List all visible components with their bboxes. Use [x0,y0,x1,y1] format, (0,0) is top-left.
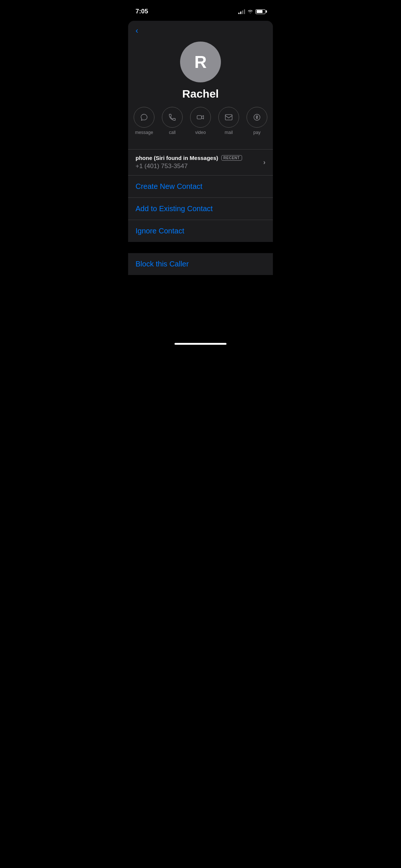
svg-rect-0 [197,115,202,119]
avatar-section: R Rachel message call [128,38,273,143]
video-label: video [195,130,206,135]
recent-badge: RECENT [221,155,242,161]
ignore-contact-label: Ignore Contact [136,227,184,235]
block-section[interactable]: Block this Caller [128,253,273,275]
message-icon [140,113,148,121]
avatar: R [180,42,221,82]
signal-icon [238,9,245,14]
mail-label: mail [225,130,233,135]
chevron-right-icon: › [263,158,265,166]
main-card: ‹ R Rachel message [128,21,273,242]
message-button[interactable]: message [134,107,154,135]
message-button-circle [134,107,154,128]
contact-name: Rachel [182,88,219,100]
video-button[interactable]: video [190,107,211,135]
bottom-area [128,275,273,349]
add-to-existing-contact-item[interactable]: Add to Existing Contact [128,198,273,220]
pay-button[interactable]: pay [247,107,267,135]
black-separator [128,242,273,253]
home-indicator [175,343,226,345]
create-new-contact-item[interactable]: Create New Contact [128,176,273,198]
phone-number: +1 (401) 753-3547 [136,163,242,170]
status-icons [238,9,265,14]
back-button-row: ‹ [128,21,273,38]
phone-info: phone (Siri found in Messages) RECENT +1… [136,155,242,170]
call-button[interactable]: call [162,107,183,135]
action-list: Create New Contact Add to Existing Conta… [128,176,273,242]
avatar-initial: R [194,52,206,72]
phone-label: phone (Siri found in Messages) [136,155,218,161]
phone-label-row: phone (Siri found in Messages) RECENT [136,155,242,161]
add-to-existing-contact-label: Add to Existing Contact [136,204,213,213]
status-bar: 7:05 [128,0,273,19]
mail-button-circle [218,107,239,128]
action-buttons-row: message call video [128,107,273,135]
call-button-circle [162,107,183,128]
pay-icon [253,113,261,121]
call-label: call [169,130,176,135]
call-icon [168,113,176,121]
wifi-icon [247,9,253,14]
battery-fill [257,10,263,13]
battery-icon [255,9,265,14]
svg-rect-1 [225,115,232,120]
mail-icon [225,113,233,121]
pay-label: pay [253,130,260,135]
status-time: 7:05 [136,8,148,15]
video-button-circle [190,107,211,128]
ignore-contact-item[interactable]: Ignore Contact [128,220,273,242]
pay-button-circle [247,107,267,128]
video-icon [196,113,205,121]
block-caller-label: Block this Caller [136,260,189,268]
mail-button[interactable]: mail [218,107,239,135]
phone-section[interactable]: phone (Siri found in Messages) RECENT +1… [128,150,273,176]
create-new-contact-label: Create New Contact [136,182,202,190]
message-label: message [135,130,153,135]
back-button[interactable]: ‹ [136,27,138,35]
